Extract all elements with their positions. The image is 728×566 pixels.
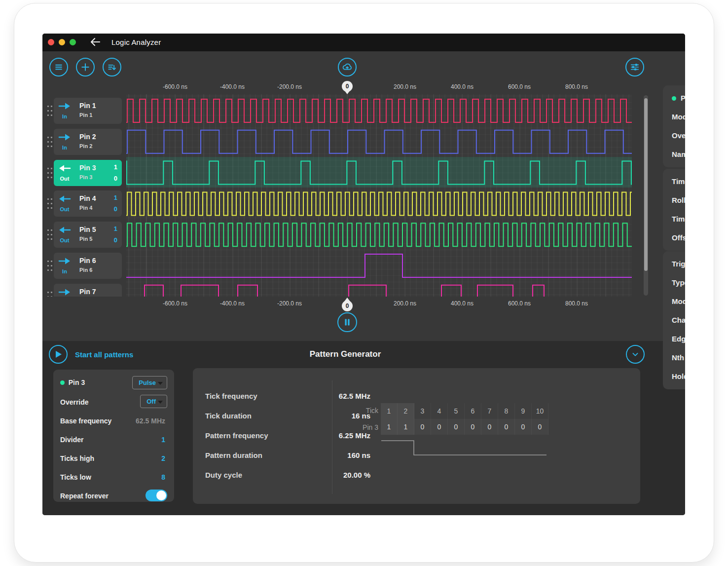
pause-button[interactable]: [337, 312, 357, 332]
menu-button[interactable]: [49, 58, 68, 76]
display-settings-button[interactable]: [625, 58, 644, 76]
channel-high-value: 1: [114, 194, 117, 201]
settings-row[interactable]: Mode: [663, 292, 685, 311]
export-list-button[interactable]: [103, 58, 121, 76]
scrollbar-thumb[interactable]: [644, 98, 648, 271]
tick-header-cell: 9: [515, 403, 532, 419]
tick-value-cell[interactable]: 0: [431, 419, 448, 435]
pin-setting-row: OverrideOff: [60, 393, 167, 412]
waveform-plot[interactable]: [126, 94, 632, 297]
pattern-mode-dropdown[interactable]: Pulse: [132, 376, 167, 389]
cloud-upload-button[interactable]: [338, 58, 357, 76]
settings-row[interactable]: Hold: [663, 367, 685, 386]
tick-value-cell[interactable]: 0: [448, 419, 465, 435]
drag-handle[interactable]: [46, 228, 53, 241]
card-divider: [332, 380, 332, 494]
settings-card: TimeRoll rTimeOffse: [663, 169, 685, 251]
app-window: Logic Analyzer: [42, 34, 685, 515]
settings-row[interactable]: Time: [663, 210, 685, 228]
channel-subtitle: Pin 6: [79, 267, 92, 273]
channel-label-box[interactable]: InPin 1Pin 1: [54, 98, 122, 124]
tick-value-cell[interactable]: 0: [532, 419, 548, 435]
channel-title: Pin 5: [79, 226, 96, 233]
setting-label: Divider: [60, 436, 83, 444]
tick-value-cell[interactable]: 0: [498, 419, 515, 435]
waveform-canvas: [126, 94, 632, 297]
channel-direction-label: Out: [58, 237, 71, 243]
channel-high-value: 1: [114, 225, 117, 232]
channel-label-box[interactable]: InPin 2Pin 2: [54, 129, 122, 155]
tick-value-cell[interactable]: 1: [398, 419, 414, 435]
drag-handle[interactable]: [46, 197, 53, 210]
channel-direction-label: Out: [58, 206, 71, 212]
axis-tick-label: 600.0 ns: [508, 83, 531, 90]
arrow-right-icon: [58, 132, 71, 142]
axis-tick-label: -400.0 ns: [220, 300, 245, 307]
channel-subtitle: Pin 5: [79, 236, 92, 242]
settings-row[interactable]: Roll r: [663, 191, 685, 210]
waveform-scrollbar[interactable]: [644, 95, 648, 296]
drag-handle[interactable]: [46, 290, 53, 297]
drag-handle[interactable]: [46, 259, 53, 272]
stat-value: 160 ns: [257, 451, 370, 459]
pin-status: Pin 3: [60, 378, 85, 386]
stat-value: 6.25 MHz: [257, 431, 370, 440]
channel-direction-label: In: [58, 145, 71, 151]
axis-tick-label: 800.0 ns: [565, 83, 588, 90]
channel-title: Pin 7: [79, 288, 96, 296]
maximize-window-button[interactable]: [70, 39, 76, 45]
channel-title: Pin 6: [79, 257, 96, 264]
settings-row[interactable]: Offse: [663, 228, 685, 247]
settings-row[interactable]: Edge: [663, 330, 685, 348]
settings-row[interactable]: Trigg: [663, 255, 685, 273]
collapse-pattern-generator-button[interactable]: [626, 345, 645, 364]
channel-label-box[interactable]: OutPin 5Pin 510: [54, 222, 122, 248]
waveform-trace-pin-4: [126, 192, 632, 215]
waveform-trace-pin-2: [126, 130, 632, 153]
drag-handle[interactable]: [46, 135, 53, 149]
channel-subtitle: Pin 3: [79, 174, 92, 180]
channel-label-box[interactable]: InPin 6Pin 6: [54, 253, 122, 279]
axis-tick-label: -200.0 ns: [277, 300, 302, 307]
tick-value-cell[interactable]: 0: [465, 419, 481, 435]
pattern-details-card: Tick frequency62.5 MHzTick duration16 ns…: [193, 368, 640, 504]
tick-value-cell[interactable]: 1: [381, 419, 398, 435]
override-dropdown[interactable]: Off: [140, 395, 167, 408]
tick-table-corner-label: Tick: [349, 407, 378, 415]
settings-row[interactable]: Over: [663, 126, 685, 145]
time-zero-marker-bottom[interactable]: 0: [342, 301, 353, 311]
settings-row[interactable]: Chan: [663, 311, 685, 330]
drag-handle[interactable]: [46, 166, 53, 180]
drag-handle[interactable]: [46, 104, 53, 117]
waveform-trace-pin-5: [126, 223, 632, 246]
settings-row[interactable]: Nam: [663, 145, 685, 164]
channel-label-box[interactable]: OutPin 4Pin 410: [54, 190, 122, 217]
setting-label: Repeat forever: [60, 492, 109, 500]
tick-header-cell: 6: [465, 403, 481, 419]
settings-row[interactable]: Time: [663, 172, 685, 191]
settings-row[interactable]: Nth e: [663, 348, 685, 367]
axis-tick-label: -200.0 ns: [277, 83, 302, 90]
back-button[interactable]: [89, 37, 102, 48]
settings-row[interactable]: Pi: [663, 89, 685, 108]
settings-row[interactable]: Type: [663, 273, 685, 292]
repeat-forever-toggle[interactable]: [146, 490, 167, 501]
pattern-preview-wave: [381, 436, 548, 460]
minimize-window-button[interactable]: [59, 39, 65, 45]
arrow-right-icon: [58, 101, 71, 111]
back-arrow-icon: [89, 37, 101, 47]
selected-row-highlight: [126, 157, 632, 188]
tick-header-cell: 1: [381, 403, 398, 419]
channel-label-box[interactable]: OutPin 3Pin 310: [54, 160, 122, 186]
settings-row[interactable]: Mode: [663, 108, 685, 126]
pattern-generator-section: Start all patterns Pattern Generator Pin…: [42, 341, 685, 515]
time-zero-marker-top[interactable]: 0: [342, 81, 353, 92]
channel-label-box[interactable]: InPin 7: [54, 284, 122, 297]
tick-value-cell[interactable]: 0: [515, 419, 532, 435]
axis-tick-label: 200.0 ns: [394, 83, 416, 90]
pin-name-label: Pin 3: [69, 378, 85, 386]
add-channel-button[interactable]: [76, 58, 95, 76]
close-window-button[interactable]: [48, 39, 54, 45]
tick-value-cell[interactable]: 0: [414, 419, 431, 435]
tick-value-cell[interactable]: 0: [481, 419, 498, 435]
